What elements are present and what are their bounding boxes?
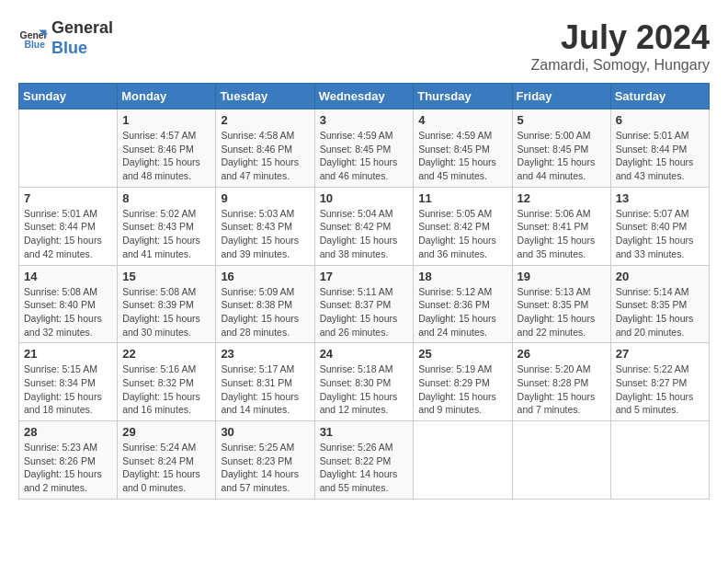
week-row-4: 21Sunrise: 5:15 AM Sunset: 8:34 PM Dayli… [19,343,710,421]
logo-icon: General Blue [18,24,48,53]
day-info: Sunrise: 5:14 AM Sunset: 8:35 PM Dayligh… [616,285,704,339]
day-info: Sunrise: 5:11 AM Sunset: 8:37 PM Dayligh… [320,285,409,339]
week-row-1: 1Sunrise: 4:57 AM Sunset: 8:46 PM Daylig… [19,109,710,188]
table-cell: 24Sunrise: 5:18 AM Sunset: 8:30 PM Dayli… [314,343,414,421]
table-cell: 6Sunrise: 5:01 AM Sunset: 8:44 PM Daylig… [610,109,709,188]
day-number: 6 [616,113,704,127]
day-info: Sunrise: 4:58 AM Sunset: 8:46 PM Dayligh… [221,129,309,183]
table-cell: 12Sunrise: 5:06 AM Sunset: 8:41 PM Dayli… [512,187,610,265]
day-info: Sunrise: 5:18 AM Sunset: 8:30 PM Dayligh… [320,362,409,417]
table-cell: 20Sunrise: 5:14 AM Sunset: 8:35 PM Dayli… [610,265,709,343]
day-info: Sunrise: 5:02 AM Sunset: 8:43 PM Dayligh… [122,207,210,261]
svg-text:Blue: Blue [24,40,45,50]
col-saturday: Saturday [610,84,709,109]
table-cell: 8Sunrise: 5:02 AM Sunset: 8:43 PM Daylig… [118,187,216,265]
day-number: 7 [24,191,112,205]
table-cell: 11Sunrise: 5:05 AM Sunset: 8:42 PM Dayli… [414,187,512,265]
day-info: Sunrise: 5:01 AM Sunset: 8:44 PM Dayligh… [24,207,112,261]
table-cell: 13Sunrise: 5:07 AM Sunset: 8:40 PM Dayli… [610,187,709,265]
day-number: 23 [221,347,309,361]
table-cell: 3Sunrise: 4:59 AM Sunset: 8:45 PM Daylig… [314,109,414,188]
day-number: 1 [122,113,210,127]
col-tuesday: Tuesday [216,84,314,109]
logo: General Blue General Blue [18,18,113,58]
table-cell: 5Sunrise: 5:00 AM Sunset: 8:45 PM Daylig… [512,109,610,188]
day-info: Sunrise: 5:09 AM Sunset: 8:38 PM Dayligh… [221,285,309,339]
day-info: Sunrise: 5:03 AM Sunset: 8:43 PM Dayligh… [221,207,309,261]
day-number: 17 [320,270,409,283]
day-info: Sunrise: 5:13 AM Sunset: 8:35 PM Dayligh… [518,285,606,339]
logo-text-line2: Blue [51,39,113,59]
day-number: 3 [320,113,409,127]
table-cell: 18Sunrise: 5:12 AM Sunset: 8:36 PM Dayli… [414,265,512,343]
day-info: Sunrise: 5:22 AM Sunset: 8:27 PM Dayligh… [616,362,704,417]
location-subtitle: Zamardi, Somogy, Hungary [531,57,710,74]
day-info: Sunrise: 5:25 AM Sunset: 8:23 PM Dayligh… [221,441,309,495]
table-cell: 30Sunrise: 5:25 AM Sunset: 8:23 PM Dayli… [216,421,314,500]
day-info: Sunrise: 5:01 AM Sunset: 8:44 PM Dayligh… [616,129,704,183]
table-cell: 1Sunrise: 4:57 AM Sunset: 8:46 PM Daylig… [118,109,216,188]
day-number: 15 [122,270,210,283]
day-info: Sunrise: 4:57 AM Sunset: 8:46 PM Dayligh… [122,129,210,183]
day-info: Sunrise: 5:08 AM Sunset: 8:39 PM Dayligh… [122,285,210,339]
day-info: Sunrise: 5:08 AM Sunset: 8:40 PM Dayligh… [24,285,112,339]
day-info: Sunrise: 5:20 AM Sunset: 8:28 PM Dayligh… [518,362,606,417]
day-number: 25 [418,347,506,361]
table-cell: 14Sunrise: 5:08 AM Sunset: 8:40 PM Dayli… [19,265,118,343]
day-number: 20 [616,270,704,283]
calendar-table: Sunday Monday Tuesday Wednesday Thursday… [18,83,710,500]
table-cell: 19Sunrise: 5:13 AM Sunset: 8:35 PM Dayli… [512,265,610,343]
table-cell: 25Sunrise: 5:19 AM Sunset: 8:29 PM Dayli… [414,343,512,421]
week-row-2: 7Sunrise: 5:01 AM Sunset: 8:44 PM Daylig… [19,187,710,265]
day-number: 4 [418,113,506,127]
table-cell [512,421,610,500]
day-info: Sunrise: 5:06 AM Sunset: 8:41 PM Dayligh… [518,207,606,261]
day-info: Sunrise: 5:15 AM Sunset: 8:34 PM Dayligh… [24,362,112,417]
day-number: 26 [518,347,606,361]
title-section: July 2024 Zamardi, Somogy, Hungary [531,18,710,74]
table-cell: 26Sunrise: 5:20 AM Sunset: 8:28 PM Dayli… [512,343,610,421]
table-cell [19,109,118,188]
table-cell: 17Sunrise: 5:11 AM Sunset: 8:37 PM Dayli… [314,265,414,343]
day-number: 28 [24,425,112,439]
day-number: 2 [221,113,309,127]
table-cell [610,421,709,500]
day-number: 18 [418,270,506,283]
day-number: 13 [616,191,704,205]
week-row-3: 14Sunrise: 5:08 AM Sunset: 8:40 PM Dayli… [19,265,710,343]
table-cell: 4Sunrise: 4:59 AM Sunset: 8:45 PM Daylig… [414,109,512,188]
table-cell: 9Sunrise: 5:03 AM Sunset: 8:43 PM Daylig… [216,187,314,265]
day-number: 8 [122,191,210,205]
day-number: 19 [518,270,606,283]
table-cell: 2Sunrise: 4:58 AM Sunset: 8:46 PM Daylig… [216,109,314,188]
day-info: Sunrise: 5:00 AM Sunset: 8:45 PM Dayligh… [518,129,606,183]
table-cell: 21Sunrise: 5:15 AM Sunset: 8:34 PM Dayli… [19,343,118,421]
day-number: 12 [518,191,606,205]
table-cell: 7Sunrise: 5:01 AM Sunset: 8:44 PM Daylig… [19,187,118,265]
day-number: 29 [122,425,210,439]
day-number: 30 [221,425,309,439]
day-number: 5 [518,113,606,127]
day-info: Sunrise: 4:59 AM Sunset: 8:45 PM Dayligh… [418,129,506,183]
logo-text-line1: General [51,18,113,39]
day-info: Sunrise: 5:05 AM Sunset: 8:42 PM Dayligh… [418,207,506,261]
table-cell: 15Sunrise: 5:08 AM Sunset: 8:39 PM Dayli… [118,265,216,343]
table-cell: 23Sunrise: 5:17 AM Sunset: 8:31 PM Dayli… [216,343,314,421]
day-info: Sunrise: 5:26 AM Sunset: 8:22 PM Dayligh… [320,441,409,495]
col-monday: Monday [118,84,216,109]
day-info: Sunrise: 5:07 AM Sunset: 8:40 PM Dayligh… [616,207,704,261]
day-number: 11 [418,191,506,205]
day-info: Sunrise: 5:16 AM Sunset: 8:32 PM Dayligh… [122,362,210,417]
header-row: Sunday Monday Tuesday Wednesday Thursday… [19,84,710,109]
col-thursday: Thursday [414,84,512,109]
day-number: 27 [616,347,704,361]
day-number: 21 [24,347,112,361]
month-year-title: July 2024 [531,18,710,57]
day-info: Sunrise: 4:59 AM Sunset: 8:45 PM Dayligh… [320,129,409,183]
table-cell: 10Sunrise: 5:04 AM Sunset: 8:42 PM Dayli… [314,187,414,265]
day-info: Sunrise: 5:19 AM Sunset: 8:29 PM Dayligh… [418,362,506,417]
table-cell [414,421,512,500]
day-info: Sunrise: 5:24 AM Sunset: 8:24 PM Dayligh… [122,441,210,495]
day-info: Sunrise: 5:23 AM Sunset: 8:26 PM Dayligh… [24,441,112,495]
page-header: General Blue General Blue July 2024 Zama… [18,18,710,74]
